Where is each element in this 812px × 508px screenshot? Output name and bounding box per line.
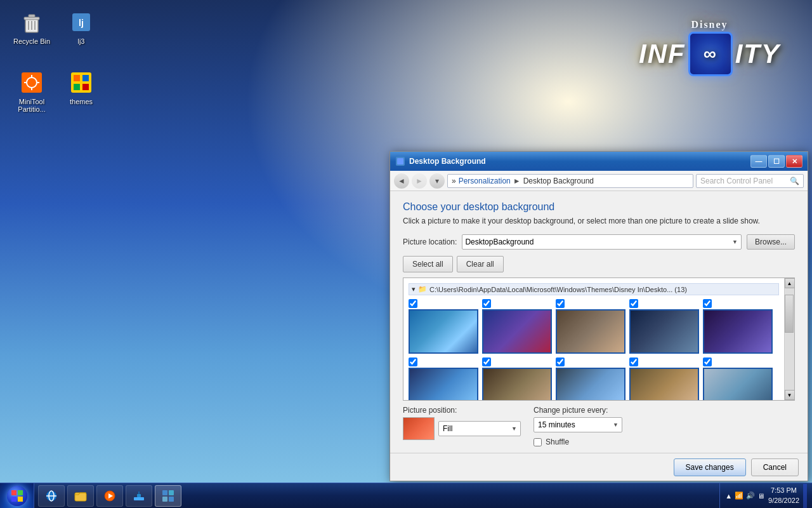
scroll-track [785,288,794,390]
image-item-9[interactable] [629,358,699,400]
image-thumb-10[interactable] [703,368,773,400]
taskbar: ▲ 📶 🔊 🖥 7:53 PM 9/28/2022 [0,483,812,508]
scroll-up-arrow[interactable]: ▲ [785,278,795,288]
image-item-6[interactable] [409,358,478,400]
image-checkbox-3[interactable] [556,299,565,308]
cancel-button[interactable]: Cancel [751,458,799,476]
breadcrumb-current: Desktop Background [523,177,594,185]
back-button[interactable]: ◄ [394,173,409,189]
system-tray: ▲ 📶 🔊 🖥 [725,491,764,500]
dropdown-button[interactable]: ▾ [429,173,445,189]
clock-date: 9/28/2022 [768,496,799,505]
titlebar: Desktop Background — ☐ ✕ [390,152,808,171]
image-thumb-3[interactable] [556,309,625,354]
minitool-label: MiniTool Partitio... [18,98,45,113]
select-all-button[interactable]: Select all [403,256,453,272]
close-button[interactable]: ✕ [786,155,802,168]
search-box[interactable]: Search Control Panel 🔍 [696,174,804,188]
dialog-subtitle: Click a picture to make it your desktop … [403,217,795,225]
picture-location-select[interactable]: DesktopBackground [462,234,742,250]
picture-position-select[interactable]: Fill Fit Stretch Tile Center [438,421,521,436]
image-checkbox-6[interactable] [409,358,417,366]
image-checkbox-8[interactable] [556,358,565,366]
change-picture-group: Change picture every: 10 seconds 30 seco… [534,406,622,446]
image-item-3[interactable] [556,299,625,354]
svg-text:lj: lj [79,18,84,28]
image-thumb-4[interactable] [629,309,699,354]
volume-icon[interactable]: 🔊 [746,491,755,500]
image-thumb-9[interactable] [629,368,699,400]
desktop-icon-themes[interactable]: themes [56,70,107,105]
svg-rect-16 [82,75,89,81]
desktop-icon-lj3[interactable]: lj lj3 [56,10,107,45]
system-clock[interactable]: 7:53 PM 9/28/2022 [768,486,799,505]
image-thumb-5[interactable] [703,309,773,354]
image-checkbox-7[interactable] [482,358,491,366]
breadcrumb-personalization[interactable]: Personalization [459,177,511,185]
image-checkbox-10[interactable] [703,358,712,366]
svg-rect-37 [169,497,174,502]
windows-logo-icon [11,490,23,502]
taskbar-item-network[interactable] [126,485,152,507]
svg-rect-36 [162,497,167,502]
taskbar-item-explorer[interactable] [67,485,94,507]
shuffle-checkbox[interactable] [534,438,542,446]
svg-rect-18 [82,84,89,90]
image-item-2[interactable] [482,299,552,354]
grid-scrollbar: ▲ ▼ [784,278,794,400]
folder-icon: 📁 [418,285,427,293]
svg-rect-1 [24,17,39,20]
browse-button[interactable]: Browse... [747,234,795,250]
show-desktop-button[interactable] [803,484,807,508]
tray-arrow[interactable]: ▲ [725,492,732,500]
desktop-icon-recycle-bin[interactable]: Recycle Bin [6,10,57,45]
forward-button[interactable]: ► [412,173,427,189]
taskbar-item-control-panel[interactable] [155,485,181,507]
svg-rect-31 [134,497,144,500]
desktop-icon-minitool[interactable]: MiniTool Partitio... [6,70,57,113]
svg-rect-22 [18,490,23,495]
image-thumb-2[interactable] [482,309,552,354]
image-item-4[interactable] [629,299,699,354]
image-item-8[interactable] [556,358,625,400]
folder-header[interactable]: ▾ 📁 C:\Users\Rodin\AppData\Local\Microso… [409,283,779,295]
svg-rect-35 [169,490,174,495]
image-checkbox-2[interactable] [482,299,491,308]
titlebar-icon [395,156,405,166]
image-thumb-6[interactable] [409,368,478,400]
image-item-5[interactable] [703,299,773,354]
image-thumb-1[interactable] [409,309,478,354]
change-picture-row: 10 seconds 30 seconds 1 minute 6 minutes… [534,417,622,432]
titlebar-buttons: — ☐ ✕ [750,155,802,168]
image-checkbox-9[interactable] [629,358,638,366]
save-changes-button[interactable]: Save changes [674,458,746,476]
taskbar-item-ie[interactable] [38,485,65,507]
image-checkbox-1[interactable] [409,299,417,308]
image-item-10[interactable] [703,358,773,400]
image-thumb-7[interactable] [482,368,552,400]
svg-rect-2 [29,15,35,17]
disney-infinity-logo: Disney INF ∞ ITY [639,19,780,76]
breadcrumb-separator: » [452,177,456,185]
select-row: Select all Clear all [403,256,795,272]
image-checkbox-4[interactable] [629,299,638,308]
svg-rect-20 [397,158,403,164]
change-picture-select[interactable]: 10 seconds 30 seconds 1 minute 6 minutes… [534,417,622,432]
svg-rect-21 [11,490,16,495]
minimize-button[interactable]: — [750,155,767,168]
clear-all-button[interactable]: Clear all [457,256,504,272]
scroll-thumb[interactable] [785,295,794,333]
network-tray-icon: 📶 [735,491,743,500]
image-thumb-8[interactable] [556,368,625,400]
maximize-button[interactable]: ☐ [768,155,785,168]
image-item-7[interactable] [482,358,552,400]
scroll-down-arrow[interactable]: ▼ [785,390,795,400]
lj3-label: lj3 [77,37,84,45]
image-checkbox-5[interactable] [703,299,712,308]
image-item-1[interactable] [409,299,478,354]
taskbar-item-media[interactable] [96,485,123,507]
interval-select-wrapper: 10 seconds 30 seconds 1 minute 6 minutes… [534,417,622,432]
svg-rect-15 [74,75,80,81]
start-button[interactable] [0,483,34,509]
themes-label: themes [70,98,93,105]
